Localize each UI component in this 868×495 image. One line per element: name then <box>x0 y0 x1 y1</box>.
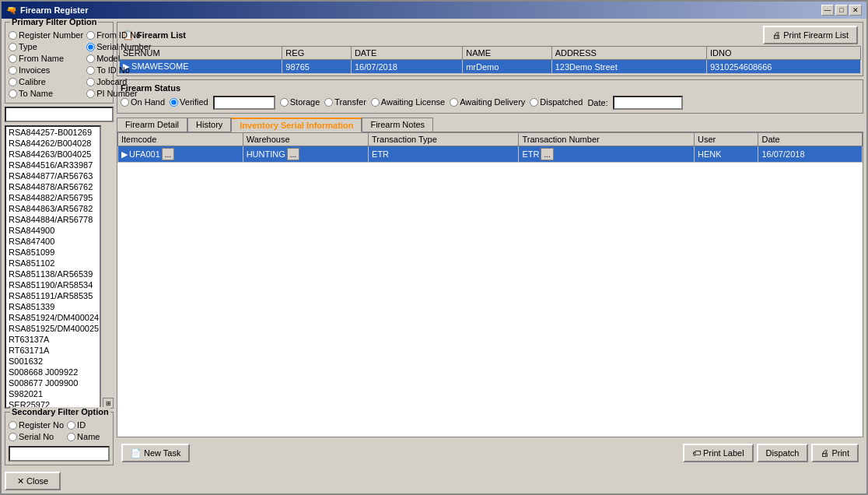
radio-register-number-input[interactable] <box>9 31 17 40</box>
close-button[interactable]: ✕ Close <box>5 472 61 490</box>
status-verified-input[interactable] <box>170 98 178 107</box>
status-awaiting-license-input[interactable] <box>371 98 380 107</box>
list-item[interactable]: S008668 J009922 <box>6 367 100 377</box>
inv-itemcode: ▶ UFA001 ... <box>118 146 243 163</box>
list-item[interactable]: RSA847400 <box>6 236 100 247</box>
row-reg: 98765 <box>282 60 352 74</box>
dispatch-button[interactable]: Dispatch <box>757 444 809 462</box>
right-panel: 📋 Firearm List 🖨 Print Firearm List SERN… <box>117 22 863 465</box>
radio-from-name: From Name <box>9 54 83 63</box>
transaction-number-ellipsis-button[interactable]: ... <box>541 148 553 160</box>
list-item[interactable]: S008677 J009900 <box>6 377 100 388</box>
status-awaiting-delivery-input[interactable] <box>450 98 458 107</box>
status-storage-label: Storage <box>290 97 320 107</box>
list-item[interactable]: RSA851102 <box>6 258 100 269</box>
list-item[interactable]: RT63137A <box>6 334 100 345</box>
radio-from-name-input[interactable] <box>9 54 17 63</box>
print-button[interactable]: 🖨 Print <box>811 444 859 462</box>
list-item[interactable]: RSA844863/AR56782 <box>6 203 100 214</box>
primary-filter-group: Primary Filter Option Register Number Fr… <box>5 22 114 104</box>
close-window-button[interactable]: ✕ <box>849 5 862 16</box>
itemcode-ellipsis-button[interactable]: ... <box>162 148 174 160</box>
list-item[interactable]: RSA844516/AR33987 <box>6 160 100 170</box>
primary-search-input[interactable]: smaw <box>5 107 114 122</box>
list-item[interactable]: RSA851339 <box>6 301 100 312</box>
list-item[interactable]: S982021 <box>6 388 100 399</box>
status-on-hand-input[interactable] <box>121 98 129 107</box>
radio-to-id: To ID No <box>86 65 151 75</box>
firearm-status-panel: Firearm Status On Hand Verified 16/07/20… <box>117 79 863 114</box>
list-item[interactable]: RSA844884/AR56778 <box>6 214 100 225</box>
maximize-button[interactable]: □ <box>835 5 848 16</box>
list-item[interactable]: RT63171A <box>6 345 100 356</box>
radio-from-id-input[interactable] <box>86 31 95 40</box>
list-item[interactable]: S001632 <box>6 356 100 367</box>
radio-from-id: From ID No <box>86 30 151 40</box>
radio-invoices-input[interactable] <box>9 66 17 75</box>
firearm-list-panel: 📋 Firearm List 🖨 Print Firearm List SERN… <box>117 22 863 76</box>
list-item[interactable]: RSA851099 <box>6 247 100 258</box>
firearm-list-row[interactable]: ▶ SMAWESOME 98765 16/07/2018 mrDemo 123D… <box>120 60 861 74</box>
radio-type-label: Type <box>19 42 37 51</box>
status-transfer-input[interactable] <box>324 98 333 107</box>
title-bar-buttons: — □ ✕ <box>821 5 862 16</box>
radio-sec-serial-no-input[interactable] <box>9 433 17 441</box>
radio-model: Model <box>86 54 151 63</box>
radio-to-name-label: To Name <box>19 89 53 98</box>
firearm-list-table: SERNUM REG DATE NAME ADDRESS IDNO ▶ SMAW… <box>119 46 861 74</box>
serial-list[interactable]: RSA844257-B001269RSA844262/B004028RSA844… <box>5 125 101 409</box>
verified-date-input[interactable]: 16/07/2018 12: <box>213 96 275 110</box>
status-storage-input[interactable] <box>280 98 289 107</box>
radio-calibre: Calibre <box>9 77 83 86</box>
radio-to-name-input[interactable] <box>9 90 17 98</box>
status-dispatched-input[interactable] <box>530 98 538 107</box>
title-bar: 🔫 Firearm Register — □ ✕ <box>2 2 866 19</box>
radio-sec-id: ID <box>67 420 110 430</box>
inventory-row[interactable]: ▶ UFA001 ... HUNTING ... ETR ETR ... HEN… <box>118 146 863 163</box>
primary-filter-title: Primary Filter Option <box>10 19 98 26</box>
radio-serial-number-input[interactable] <box>86 43 95 51</box>
radio-sec-name-label: Name <box>77 432 100 441</box>
row-date: 16/07/2018 <box>351 60 462 74</box>
list-item[interactable]: RSA844882/AR56795 <box>6 192 100 203</box>
tab-inventory-serial[interactable]: Inventory Serial Information <box>231 118 362 132</box>
radio-jobcard-input[interactable] <box>86 78 95 86</box>
list-item[interactable]: RSA844263/B004025 <box>6 149 100 160</box>
radio-sec-id-input[interactable] <box>67 421 75 430</box>
tab-firearm-notes[interactable]: Firearm Notes <box>362 118 433 132</box>
radio-calibre-input[interactable] <box>9 78 17 86</box>
print-label-button[interactable]: 🏷 Print Label <box>683 444 754 462</box>
radio-type-input[interactable] <box>9 43 17 51</box>
warehouse-ellipsis-button[interactable]: ... <box>287 148 299 160</box>
list-item[interactable]: RSA844262/B004028 <box>6 138 100 149</box>
radio-to-id-input[interactable] <box>86 66 95 75</box>
status-date-input[interactable]: 16/07/2018 12:5 <box>613 96 683 110</box>
list-item[interactable]: RSA851191/AR58535 <box>6 290 100 301</box>
secondary-search-input[interactable]: 98765 <box>9 446 110 462</box>
radio-model-input[interactable] <box>86 54 95 63</box>
radio-pi-number-input[interactable] <box>86 90 95 98</box>
radio-sec-reg-no-input[interactable] <box>9 421 17 430</box>
radio-from-name-label: From Name <box>19 54 64 63</box>
new-task-button[interactable]: 📄 New Task <box>121 444 190 462</box>
radio-invoices: Invoices <box>9 65 83 75</box>
list-item[interactable]: RSA851190/AR58534 <box>6 279 100 290</box>
tab-history[interactable]: History <box>187 118 231 132</box>
list-item[interactable]: RSA851925/DM400025 <box>6 323 100 334</box>
list-item[interactable]: RSA844877/AR56763 <box>6 170 100 181</box>
list-item[interactable]: RSA844878/AR56762 <box>6 181 100 192</box>
inv-row-arrow: ▶ <box>121 149 128 160</box>
list-item[interactable]: RSA851924/DM400024 <box>6 312 100 323</box>
print-firearm-list-icon: 🖨 <box>772 30 781 40</box>
list-scroll-area: RSA844257-B001269RSA844262/B004028RSA844… <box>5 125 114 409</box>
list-item[interactable]: RSA844257-B001269 <box>6 127 100 138</box>
bottom-right-buttons: 🏷 Print Label Dispatch 🖨 Print <box>683 444 859 462</box>
radio-sec-id-label: ID <box>77 420 86 430</box>
list-item[interactable]: RSA844900 <box>6 225 100 236</box>
minimize-button[interactable]: — <box>821 5 834 16</box>
radio-sec-name-input[interactable] <box>67 433 75 441</box>
list-item[interactable]: RSA851138/AR56539 <box>6 269 100 279</box>
tab-firearm-detail[interactable]: Firearm Detail <box>117 118 187 132</box>
col-address: ADDRESS <box>551 47 706 60</box>
print-firearm-list-button[interactable]: 🖨 Print Firearm List <box>763 26 858 44</box>
